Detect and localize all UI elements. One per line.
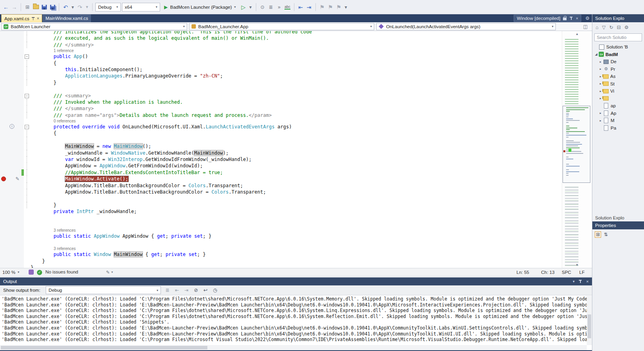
tree-item-folder[interactable]: ▸ [592, 95, 644, 103]
platform-dropdown[interactable]: x64 ▾ [122, 3, 160, 12]
breakpoint-margin-cell[interactable] [0, 195, 9, 202]
find-message-icon[interactable]: ≣ [164, 287, 170, 293]
command-window-icon[interactable]: » [276, 2, 283, 12]
breakpoint-margin-cell[interactable] [0, 99, 9, 105]
collapse-region-toggle[interactable]: − [25, 54, 29, 59]
home-icon[interactable]: ⌂ [596, 25, 598, 30]
categorized-view-icon[interactable]: ⊞ [595, 232, 601, 237]
breakpoint-margin-cell[interactable] [0, 228, 9, 233]
tree-item-solution-b[interactable]: Solution 'B [592, 43, 644, 51]
new-file-icon[interactable]: ⊞ [24, 2, 31, 12]
output-vertical-scrollbar[interactable] [587, 296, 592, 345]
start-without-debugging-icon[interactable]: ▷ [240, 2, 247, 12]
tree-expander-icon[interactable]: ▸ [598, 111, 603, 115]
word-wrap-icon[interactable]: ↩ [202, 287, 209, 293]
tree-item-ap[interactable]: ▸Ap [592, 110, 644, 117]
start-debugging-button[interactable]: ▶ BadMcen Launcher (Package) ▾ [161, 2, 239, 12]
tree-expander-icon[interactable]: ▸ [598, 97, 603, 100]
breakpoint-margin-cell[interactable] [0, 169, 9, 176]
project-dropdown[interactable]: C# BadMcen Launcher ▾ [1, 23, 187, 30]
collapse-region-toggle[interactable]: − [25, 94, 29, 98]
close-icon[interactable]: × [576, 16, 578, 21]
breakpoint-margin-cell[interactable] [0, 189, 9, 195]
tab-mainwindow-xaml-cs[interactable]: MainWindow.xaml.cs [43, 14, 91, 22]
breakpoint-margin-cell[interactable] [0, 156, 9, 163]
breakpoint-margin-cell[interactable] [0, 215, 9, 221]
goto-next-message-icon[interactable]: ⇥ [183, 287, 190, 293]
refresh-icon[interactable]: ↻ [609, 25, 613, 30]
output-title-bar[interactable]: Output ▾ × [0, 277, 592, 285]
tree-item-as[interactable]: ▸As [592, 73, 644, 80]
breakpoint-margin-cell[interactable] [0, 31, 9, 35]
open-file-icon[interactable] [32, 2, 39, 12]
alphabetical-sort-icon[interactable]: ⇅ [604, 232, 608, 237]
properties-title-bar[interactable]: Properties [592, 221, 644, 229]
breakpoint-margin-cell[interactable] [0, 60, 9, 66]
breakpoint-margin-cell[interactable] [0, 118, 9, 124]
close-icon[interactable]: × [37, 16, 39, 21]
scrollbar-thumb[interactable] [1, 346, 207, 349]
breakpoint-margin-cell[interactable] [0, 258, 9, 264]
window-position-icon[interactable]: ▾ [573, 279, 575, 283]
code-cleanup-icon[interactable]: ✎ ▾ [106, 270, 113, 275]
split-window-icon[interactable]: ◫ [583, 24, 588, 29]
tree-item-vi[interactable]: ▸Vi [592, 87, 644, 95]
previous-bookmark-icon[interactable]: ⚑ [327, 2, 334, 12]
breakpoint-icon[interactable] [1, 176, 6, 181]
breakpoint-margin-cell[interactable] [0, 208, 9, 215]
breakpoint-margin-cell[interactable] [0, 105, 9, 112]
document-health-icon[interactable] [29, 270, 34, 275]
tree-expander-icon[interactable]: ▸ [598, 119, 603, 122]
breakpoint-margin-cell[interactable] [0, 202, 9, 208]
undo-icon[interactable]: ↶ [62, 2, 69, 12]
output-log[interactable]: 'BadMcen Launcher.exe' (CoreCLR: clrhost… [0, 295, 592, 350]
member-dropdown[interactable]: OnLaunched(LaunchActivatedEventArgs args… [376, 23, 556, 30]
configuration-dropdown[interactable]: Debug ▾ [95, 3, 121, 12]
breakpoint-margin-cell[interactable] [0, 66, 9, 73]
redo-icon[interactable]: ↷ [76, 2, 83, 12]
line-ending-indicator[interactable]: LF [579, 270, 590, 275]
breakpoint-margin-cell[interactable] [0, 176, 9, 182]
breakpoint-margin-cell[interactable] [0, 251, 9, 258]
scroll-up-icon[interactable]: ▲ [562, 32, 592, 36]
goto-previous-message-icon[interactable]: ⇤ [174, 287, 180, 293]
breakpoint-margin-cell[interactable] [0, 233, 9, 239]
spell-check-icon[interactable]: abc [284, 2, 291, 12]
tree-item-st[interactable]: ▸St [592, 80, 644, 88]
tree-expander-icon[interactable]: ▸ [598, 60, 603, 64]
gear-icon[interactable]: ⚙ [625, 25, 629, 30]
breakpoint-margin-cell[interactable] [0, 35, 9, 41]
type-dropdown[interactable]: BadMcen_Launcher.App ▾ [189, 23, 374, 30]
clear-all-icon[interactable]: ⊘ [193, 287, 199, 293]
breakpoint-margin-cell[interactable] [0, 93, 9, 99]
pin-icon[interactable] [578, 279, 582, 283]
save-all-icon[interactable] [49, 2, 56, 12]
navigate-backward-code-icon[interactable]: ⇤ [297, 2, 304, 12]
breakpoint-margin-cell[interactable] [0, 73, 9, 79]
output-source-dropdown[interactable]: Debug ▾ [46, 286, 161, 294]
tree-expander-icon[interactable]: ▸ [598, 82, 603, 85]
close-icon[interactable]: × [586, 279, 589, 284]
navigate-forward-code-icon[interactable]: ⇥ [306, 2, 313, 12]
pin-icon[interactable] [31, 17, 35, 21]
breakpoint-margin-cell[interactable] [0, 240, 9, 246]
tree-expander-icon[interactable]: ▸ [598, 67, 603, 71]
tree-item-de[interactable]: ▸De [592, 58, 644, 66]
start-options-dropdown-icon[interactable]: ▾ [248, 2, 253, 12]
navigate-back-icon[interactable]: ← [2, 2, 10, 12]
navigate-forward-icon[interactable]: → [11, 2, 18, 12]
breakpoint-margin-cell[interactable] [0, 130, 9, 136]
tree-item-pr[interactable]: ▸⚙Pr [592, 66, 644, 73]
tree-item-pa[interactable]: Pa [592, 124, 644, 132]
search-input[interactable] [594, 33, 642, 41]
tree-item-badm[interactable]: ◢C#BadM [592, 51, 644, 58]
tree-expander-icon[interactable]: ▸ [598, 89, 603, 93]
breakpoint-margin-cell[interactable] [0, 112, 9, 118]
timestamp-icon[interactable]: ◷ [212, 287, 218, 293]
output-horizontal-scrollbar[interactable] [0, 345, 587, 350]
scrollbar-thumb[interactable] [588, 314, 591, 338]
breakpoint-margin-cell[interactable] [0, 86, 9, 92]
tree-expander-icon[interactable]: ▸ [598, 75, 603, 78]
overrides-indicator-icon[interactable]: ↑ [10, 124, 14, 129]
code-area[interactable]: /// Initializes the singleton applicatio… [0, 31, 562, 268]
